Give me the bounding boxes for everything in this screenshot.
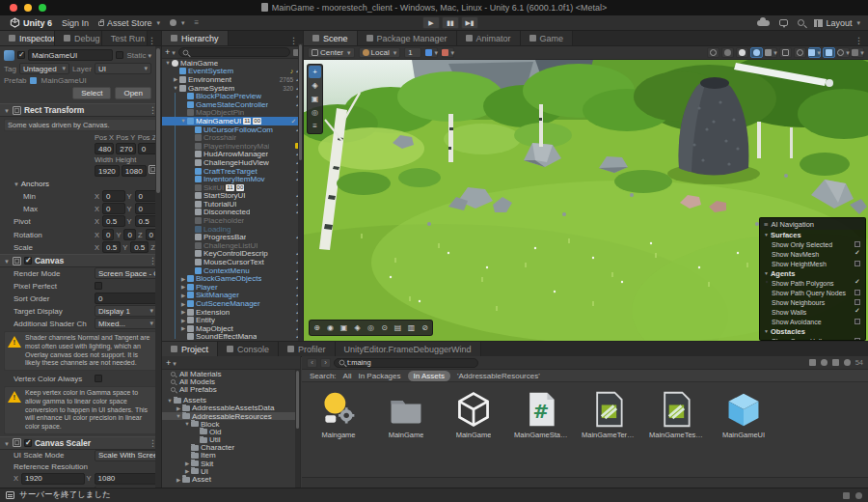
gameobject-name-field[interactable]: MainGameUI [28,49,113,61]
canvas-enabled-checkbox[interactable] [24,257,32,265]
height-field[interactable]: 1080 [122,165,147,177]
folder-addressableresources[interactable]: ▼AddressableResources [162,412,300,420]
fold-icon[interactable]: ▼ [175,413,182,419]
scope-in-packages[interactable]: In Packages [358,372,400,380]
fold-icon[interactable]: ▼ [183,421,191,427]
hierarchy-item-entity[interactable]: ▶Entity [162,316,303,324]
asset-item[interactable]: MainGameTerrain [583,390,634,439]
unchecked-checkbox[interactable] [854,299,860,305]
step-button[interactable]: ▶▮ [461,16,478,29]
fold-icon[interactable]: ▶ [179,284,187,290]
hierarchy-item-eventsystem[interactable]: EventSystem♪ [162,68,303,76]
auto-generate-lighting-icon[interactable] [843,492,850,499]
ui-scale-mode-dropdown[interactable]: Scale With Screen Size [95,450,157,461]
scope-all[interactable]: All [343,372,352,380]
ainav-section-agents[interactable]: Agents [760,268,865,278]
progress-icon[interactable] [855,492,862,499]
hierarchy-item-blockplacepreview[interactable]: BlockPlacePreview [162,92,303,100]
saved-search-icon[interactable] [809,359,816,366]
anchors-fold-icon[interactable] [14,180,19,188]
notifications-icon[interactable] [779,19,788,26]
rotation-y-field[interactable]: 0 [123,229,135,240]
pos-z-field[interactable]: 0 [138,143,157,154]
folder-block[interactable]: ▼Block [162,420,300,428]
camera-settings-dropdown[interactable] [808,47,821,58]
tool-handle-pivot-dropdown[interactable]: Center [308,47,355,58]
pos-x-field[interactable]: 480 [95,143,114,154]
hierarchy-item-keycontroldescrip[interactable]: KeyControlDescrip [162,250,303,259]
anchor-max-y-field[interactable]: 0 [135,203,157,214]
effects-dropdown[interactable] [765,47,777,58]
rect-tool-button[interactable]: ◎ [309,106,321,119]
folder-item[interactable]: Item [162,452,300,460]
frame-selected-button[interactable]: ⊙ [378,321,391,334]
zoom-tool-button[interactable]: ▣ [338,321,350,334]
rect-transform-header[interactable]: Rect Transform [0,103,161,117]
scrollbar-thumb[interactable] [299,44,302,160]
favorite-all-materials[interactable]: All Materials [162,370,300,377]
active-checkbox[interactable] [17,51,25,59]
sign-in-button[interactable]: Sign In [62,18,89,28]
create-asset-button[interactable]: + [166,358,176,368]
project-tree-scrollbar[interactable] [295,370,300,488]
tab-debug[interactable]: Debug [55,31,102,45]
folder-character[interactable]: Character [162,444,300,452]
scale-tool-button[interactable]: ▣ [309,93,321,105]
project-search-input[interactable]: t:maing [334,358,478,368]
unchecked-checkbox[interactable] [854,290,860,295]
hierarchy-item-hudarrowmanager[interactable]: HudArrowManager [162,151,303,159]
fold-icon[interactable]: ▶ [179,309,187,315]
layer-dropdown[interactable]: UI [95,63,151,74]
tab-hierarchy[interactable]: Hierarchy [162,31,229,45]
static-checkbox[interactable] [116,51,123,59]
pixel-perfect-checkbox[interactable] [95,282,102,290]
play-button[interactable]: ▶ [422,16,440,29]
hierarchy-item-contextmenu[interactable]: ContextMenu [162,266,303,275]
prefab-open-button[interactable]: Open [115,87,151,99]
unity-hub-menu[interactable]: Unity 6 [10,17,52,28]
asset-item[interactable]: MainGame [448,390,499,439]
transform-tool-button[interactable]: ≡ [309,120,321,132]
snap-toggle-button[interactable]: ▥ [405,321,418,334]
canvas-scaler-enabled-checkbox[interactable] [24,439,32,447]
pivot-y-field[interactable]: 0.5 [135,215,157,227]
reference-resolution-x-field[interactable]: 1920 [21,473,84,485]
unchecked-checkbox[interactable] [854,319,860,324]
scrollbar-thumb[interactable] [156,48,160,193]
unchecked-checkbox[interactable] [854,261,860,266]
hierarchy-item-gamesystem[interactable]: ▼GameSystem320 [162,84,303,93]
hierarchy-item-disconnected[interactable]: Disconnected [162,209,303,217]
hidden-objects-button[interactable] [779,47,792,58]
tab-game[interactable]: Game [521,31,574,45]
hierarchy-item-placeholder[interactable]: Placeholder [162,216,303,225]
fold-icon[interactable]: ▶ [183,468,191,474]
scope-in-assets[interactable]: In Assets [408,371,450,381]
width-field[interactable]: 1920 [95,165,120,177]
scene-3d-viewport[interactable]: + ◈ ▣ ◎ ≡ ⊕ ◉ ▣ ◈ ◎ ⊙ ▤ ▥ ⊘ ≡AI Navigati… [304,60,868,341]
fold-icon[interactable]: ▶ [175,477,182,483]
folder-skit[interactable]: ▶Skit [162,460,300,467]
draw-mode-button[interactable] [707,47,719,58]
folder-ui[interactable]: ▶UI [162,467,300,475]
hierarchy-item-startstoryui[interactable]: StartStoryUI [162,192,303,201]
hierarchy-item-uicursorfollowcom[interactable]: UICursorFollowCom [162,126,303,134]
grid-snap-size-field[interactable]: 1 [404,47,421,58]
fold-icon[interactable]: ▶ [179,276,187,282]
folder-util[interactable]: Util [162,436,300,444]
fly-mode-button[interactable]: ◈ [351,321,364,334]
2d-toggle-button[interactable] [721,47,734,58]
tab-package-manager[interactable]: Package Manager [358,31,457,45]
tab-profiler[interactable]: Profiler [279,342,336,356]
hierarchy-scrollbar[interactable] [298,43,303,341]
hierarchy-item-extension[interactable]: ▶Extension [162,308,303,317]
asset-item[interactable]: Maingame [313,390,364,439]
asset-item[interactable]: MainGameTestTer... [651,390,701,439]
hierarchy-item-progressbar[interactable]: ProgressBar [162,233,303,241]
filter-type-icon[interactable] [821,359,827,366]
search-gizmos-dropdown[interactable] [852,47,864,58]
tab-project[interactable]: Project [162,342,218,356]
pause-button[interactable]: ▮▮ [442,16,459,29]
hierarchy-item-cutscenemanager[interactable]: ▶CutSceneManager [162,299,303,308]
favorite-all-models[interactable]: All Models [162,377,300,385]
folder-addressableassetsdata[interactable]: ▶AddressableAssetsData [162,404,300,412]
